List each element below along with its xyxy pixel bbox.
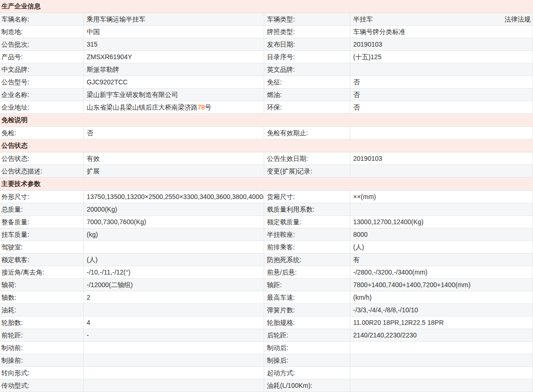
field-label: 企业名称: [0,89,84,101]
field-label: 公告型号: [0,76,84,88]
field-label: 载质量利用系数: [264,203,350,215]
field-label: 转向形式: [0,367,84,379]
field-value-text: 否 [353,89,360,101]
field-label: 挂车质量: [0,228,84,241]
table-row: 传动型式:油耗(L/100Km): [0,379,533,392]
field-value: -/10,-/11,-/12(°) [84,266,264,278]
field-label: 传动型式: [0,379,84,392]
field-label: 弹簧片数: [264,304,350,316]
field-value [84,304,264,316]
field-label: 轴距: [264,279,350,291]
field-value-text: 20190103 [353,38,382,50]
field-value-text: 2140/2140,2230/2230 [353,329,417,341]
table-row: 轴数:2最高车速:(km/h) [0,291,533,304]
field-value: 7800+1400,7400+1400,7200+1400(mm) [350,279,533,291]
table-row: 中文品牌:斯派菲勒牌英文品牌: [0,63,533,76]
table-row: 油耗:弹簧片数:-/3/3,-/4/4,-/8/8,-/10/10 [0,304,533,316]
field-value: (人) [350,241,533,253]
field-value: -/2800,-/3200,-/3400(mm) [350,266,533,278]
table-row: 公告状态:有效公告生效日期:20190103 [0,152,533,165]
field-value: 梁山新宇车业研发制造有限公司 [84,89,264,101]
field-value-text: -/12000(二轴组) [87,281,133,289]
field-value: 8000 [350,228,533,241]
field-label: 轴荷: [0,279,84,291]
field-label: 轮胎规格: [264,316,350,329]
table-row: 免检:否免检有效期止: [0,127,533,139]
field-value-text: 315 [87,41,97,48]
field-value-text: 有效 [87,155,100,162]
field-value: GJC9202TCC [84,76,264,88]
field-value-text: 2 [87,294,90,301]
section-header-3: 主要技术参数 [0,178,533,191]
value-part: 号 [205,103,212,111]
field-label: 油耗: [0,304,84,316]
field-label: 驾驶室: [0,241,84,253]
field-label: 最高车速: [264,291,350,303]
vehicle-info-table: 生产企业信息车辆名称:乘用车辆运输半挂车车辆类型:半挂车法律法规制造地:中国牌照… [0,0,533,392]
field-value [350,203,533,215]
field-label: 环保: [264,101,350,113]
field-value-text: 梁山新宇车业研发制造有限公司 [87,91,178,98]
field-label: 前排乘客: [264,241,350,253]
field-label: 轮胎数: [0,316,84,329]
field-value: 13750,13500,13200×2500,2550×3300,3400,36… [84,191,264,203]
field-value-text: 4 [87,319,90,326]
table-row: 轮胎数:4轮胎规格:11.00R20 18PR,12R22.5 18PR [0,316,533,329]
field-value-text: 车辆号牌分类标准 [353,26,405,38]
field-value: 乘用车辆运输半挂车 [84,13,264,25]
field-value: 半挂车法律法规 [350,13,533,25]
field-value-text: 否 [353,101,360,113]
field-value: 否 [84,127,264,139]
field-value-text: 乘用车辆运输半挂车 [87,15,145,23]
table-row: 企业名称:梁山新宇车业研发制造有限公司燃油:否 [0,89,533,101]
table-row: 总质量:20000(Kg)载质量利用系数: [0,203,533,216]
field-value-text: 7800+1400,7400+1400,7200+1400(mm) [353,279,471,291]
field-value: 11.00R20 18PR,12R22.5 18PR [350,316,533,329]
table-row: 挂车质量:(kg)半挂鞍座:8000 [0,228,533,241]
field-value: 山东省梁山县梁山镇后庄大桥南梁济路78号 [84,101,264,113]
table-row: 轴荷:-/12000(二轴组)轴距:7800+1400,7400+1400,72… [0,279,533,291]
field-value-text: (十五)125 [353,51,382,63]
field-value [84,379,264,392]
field-value-text: 半挂车 [353,13,373,25]
field-value [350,379,533,392]
field-label: 后轮距: [264,329,350,341]
field-label: 公告生效日期: [264,152,350,165]
section-header-1: 免检说明 [0,114,533,127]
field-label: 制动前: [0,342,84,354]
field-value: 20190103 [350,38,533,50]
field-value [350,354,533,366]
field-value: 7000,7300,7600(Kg) [84,216,264,228]
table-row: 公告批次:315发布日期:20190103 [0,38,533,51]
field-label: 油耗(L/100Km): [264,379,350,392]
legal-link[interactable]: 法律法规 [505,13,531,25]
field-label: 车辆类型: [264,13,350,25]
field-value: 否 [350,76,533,88]
field-value-text: -/3/3,-/4/4,-/8/8,-/10/10 [353,304,418,316]
table-row: 驾驶室:前排乘客:(人) [0,241,533,254]
field-value [350,127,533,139]
field-value [84,241,264,253]
field-value-text: 20190103 [353,152,382,165]
field-value: 否 [350,89,533,101]
field-label: 企业地址: [0,101,84,113]
field-value [350,63,533,76]
field-value [350,165,533,177]
field-label: 外形尺寸: [0,191,84,203]
field-value-text: -/10,-/11,-/12(°) [87,268,130,276]
field-label: 前轮距: [0,329,84,341]
field-value-text: (人) [353,241,364,253]
field-value: -/3/3,-/4/4,-/8/8,-/10/10 [350,304,533,316]
field-label: 起动方式: [264,367,350,379]
field-value: ZMSXR61904Y [84,51,264,63]
field-label: 额定载客: [0,254,84,266]
field-value: (十五)125 [350,51,533,63]
field-label: 制造地: [0,26,84,38]
field-label: 制操后: [264,354,350,366]
field-value: 中国 [84,26,264,38]
field-label: 目录序号: [264,51,350,63]
field-value-text: 扩展 [87,167,100,175]
field-value [350,342,533,354]
field-value-text: 山东省梁山县梁山镇后庄大桥南梁济路78号 [87,103,212,111]
table-row: 公告型号:GJC9202TCC免征:否 [0,76,533,89]
